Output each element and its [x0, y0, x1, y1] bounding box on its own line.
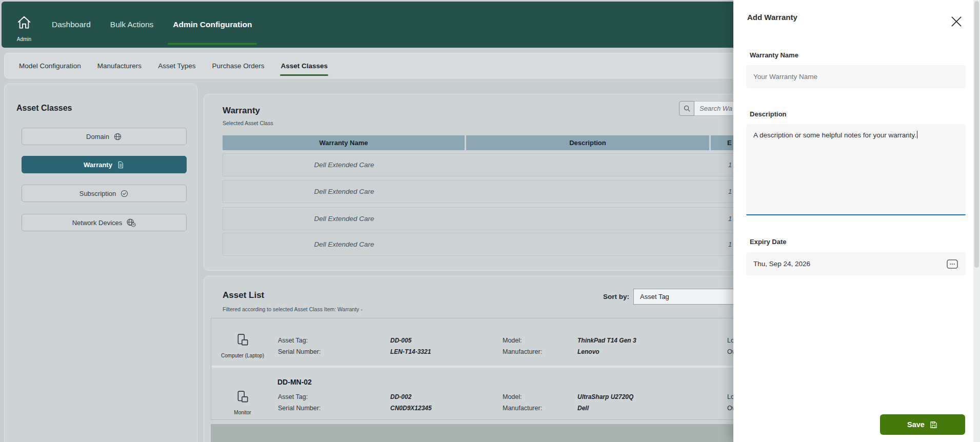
warranty-section: Warranty Selected Asset Class Warranty N… [204, 94, 772, 271]
asset-list-subtitle: Filtered according to selected Asset Cla… [223, 306, 363, 312]
manufacturer-label: Manufacturer: [503, 405, 542, 412]
expiry-date-field[interactable]: Thu, Sep 24, 2026 [746, 252, 966, 275]
nav-item-dashboard[interactable]: Dashboard [51, 18, 92, 31]
sidebar-button-warranty-label: Warranty [84, 161, 112, 169]
document-icon [116, 160, 125, 169]
asset-tag-label: Asset Tag: [278, 337, 308, 344]
globe-offline-icon [126, 218, 136, 227]
manufacturer-label: Manufacturer: [503, 348, 542, 355]
globe-icon [113, 132, 122, 141]
serial-number-label: Serial Number: [278, 348, 321, 355]
serial-number-value: CN0D9X12345 [390, 405, 432, 412]
warranty-name-cell: Dell Extended Care [223, 208, 465, 230]
asset-list-title: Asset List [223, 290, 264, 300]
warranty-title: Warranty [223, 106, 260, 116]
check-circle-icon [120, 189, 129, 198]
sort-select-value: Asset Tag [640, 293, 669, 300]
sort-by-label: Sort by: [603, 293, 629, 300]
model-value: UltraSharp U2720Q [577, 393, 633, 400]
asset-list-item-monitor[interactable]: DD-MN-02 Monitor Asset Tag: DD-002 Seria… [212, 368, 801, 420]
description-textarea[interactable]: A description or some helpful notes for … [746, 124, 966, 215]
drawer-scrollbar[interactable] [973, 0, 980, 442]
sidebar-button-domain[interactable]: Domain [22, 128, 187, 145]
home-button[interactable]: Admin [10, 2, 38, 48]
scrollbar-thumb[interactable] [974, 1, 979, 268]
serial-number-label: Serial Number: [278, 405, 321, 412]
tab-asset-classes[interactable]: Asset Classes [280, 59, 328, 73]
tab-asset-types[interactable]: Asset Types [157, 59, 196, 73]
warranty-subtitle: Selected Asset Class [223, 120, 273, 126]
calendar-icon[interactable] [946, 259, 958, 269]
expiry-date-label: Expiry Date [750, 238, 787, 246]
save-button[interactable]: Save [880, 414, 965, 435]
tab-model-configuration[interactable]: Model Configuration [18, 59, 82, 73]
asset-type-caption: Monitor [234, 410, 251, 415]
computer-laptop-icon [236, 333, 249, 348]
nav-links: Dashboard Bulk Actions Admin Configurati… [51, 2, 253, 48]
description-text: A description or some helpful notes for … [753, 131, 916, 139]
tab-manufacturers[interactable]: Manufacturers [97, 59, 142, 73]
save-button-label: Save [907, 420, 925, 429]
search-button[interactable] [679, 101, 694, 116]
warranty-name-cell: Dell Extended Care [223, 180, 465, 203]
monitor-icon [236, 390, 249, 405]
sidebar-button-subscription[interactable]: Subscription [22, 185, 187, 202]
warranty-name-input[interactable] [746, 65, 966, 88]
asset-tag-label: Asset Tag: [278, 393, 308, 400]
save-disk-icon [929, 420, 938, 429]
expiry-cell: 1 [728, 161, 732, 169]
warranty-table-row[interactable]: Dell Extended Care 1 [223, 180, 802, 203]
asset-list-item-laptop[interactable]: Computer (Laptop) Asset Tag: DD-005 Seri… [212, 319, 801, 366]
description-label: Description [750, 110, 787, 118]
warranty-name-cell: Dell Extended Care [223, 154, 465, 176]
asset-tag-value: DD-002 [390, 393, 411, 400]
manufacturer-value: Dell [577, 405, 589, 412]
warranty-name-label: Warranty Name [750, 51, 798, 59]
sidebar-title: Asset Classes [16, 104, 197, 113]
add-warranty-drawer: Add Warranty Warranty Name Description A… [733, 0, 980, 442]
expiry-date-value: Thu, Sep 24, 2026 [753, 260, 810, 268]
column-header-description: Description [466, 135, 709, 150]
sidebar-button-network-devices-label: Network Devices [72, 219, 123, 227]
model-label: Model: [503, 393, 522, 400]
warranty-table-row[interactable]: Dell Extended Care 1 [223, 153, 802, 176]
asset-classes-sidebar: Asset Classes Domain Warranty Subscripti… [4, 84, 197, 442]
manufacturer-value: Lenovo [577, 348, 599, 355]
asset-type-caption: Computer (Laptop) [221, 353, 264, 358]
serial-number-value: LEN-T14-3321 [390, 348, 431, 355]
next-row-band [211, 424, 802, 442]
sort-select[interactable]: Asset Tag [633, 289, 749, 305]
warranty-table-row[interactable]: Dell Extended Care 1 [223, 207, 802, 230]
model-label: Model: [503, 337, 522, 344]
close-icon[interactable] [950, 15, 963, 28]
asset-list-section: Asset List Filtered according to selecte… [204, 276, 772, 442]
tab-purchase-orders[interactable]: Purchase Orders [211, 59, 265, 73]
expiry-cell: 1 [728, 188, 732, 195]
home-icon [16, 15, 32, 30]
sidebar-button-domain-label: Domain [86, 133, 109, 140]
text-cursor [917, 131, 918, 138]
asset-tag-value: DD-005 [390, 337, 411, 344]
asset-list-container: Computer (Laptop) Asset Tag: DD-005 Seri… [211, 318, 802, 420]
model-value: ThinkPad T14 Gen 3 [577, 337, 636, 344]
home-admin-label: Admin [10, 36, 38, 42]
warranty-table-row[interactable]: Dell Extended Care 1 [223, 233, 802, 256]
column-header-warranty-name: Warranty Name [223, 135, 465, 150]
expiry-cell: 1 [728, 240, 732, 248]
nav-item-admin-configuration[interactable]: Admin Configuration [172, 18, 253, 31]
sidebar-button-warranty[interactable]: Warranty [22, 156, 187, 173]
sidebar-button-network-devices[interactable]: Network Devices [22, 214, 187, 231]
warranty-name-cell: Dell Extended Care [223, 233, 465, 255]
asset-item-title: DD-MN-02 [277, 378, 312, 386]
nav-item-bulk-actions[interactable]: Bulk Actions [109, 18, 154, 31]
expiry-cell: 1 [728, 215, 732, 223]
drawer-title: Add Warranty [747, 13, 797, 22]
warranty-table-header: Warranty Name Description E [223, 135, 802, 150]
search-icon [683, 105, 691, 112]
sidebar-button-subscription-label: Subscription [79, 190, 116, 197]
